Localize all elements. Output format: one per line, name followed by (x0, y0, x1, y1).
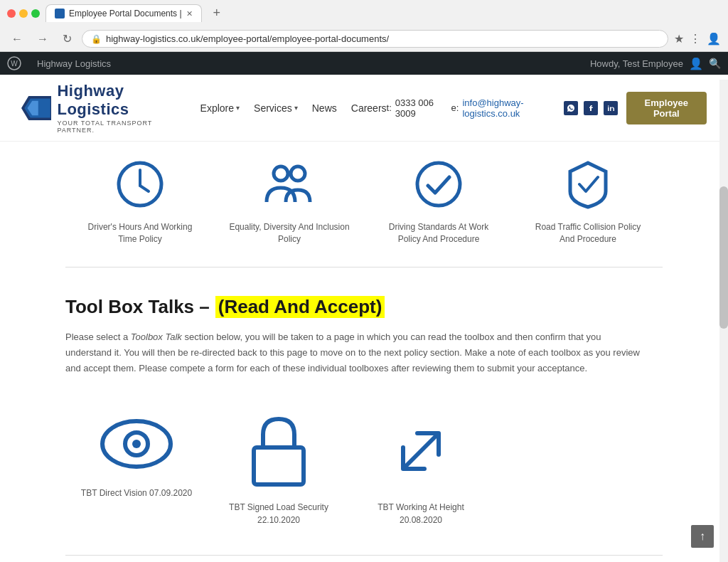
road-traffic-icon (560, 156, 616, 213)
tab-close-btn[interactable]: ✕ (186, 9, 193, 18)
toolbox-title-highlight: (Read And Accept) (215, 296, 385, 318)
drivers-hours-icon (112, 156, 168, 213)
new-tab-button[interactable]: + (208, 6, 227, 21)
svg-point-13 (417, 163, 460, 206)
linkedin-icon[interactable] (604, 101, 618, 115)
svg-rect-17 (254, 447, 304, 484)
wp-site-name[interactable]: Highway Logistics (30, 52, 118, 75)
driving-standards-label: Driving Standards At Work Policy And Pro… (378, 221, 499, 245)
tab-title: Employee Portal Documents | (69, 9, 182, 18)
minimize-window-btn[interactable] (19, 9, 28, 18)
tbt-working-at-height[interactable]: TBT Working At Height20.08.2020 (350, 412, 492, 526)
tbt-working-at-height-label: TBT Working At Height20.08.2020 (378, 501, 464, 526)
phone-number: 0333 006 3009 (395, 97, 443, 119)
browser-title-bar: Employee Portal Documents | ✕ + (0, 0, 728, 26)
maximize-window-btn[interactable] (31, 9, 40, 18)
user-avatar-icon: 👤 (689, 57, 703, 70)
employee-portal-button[interactable]: Employee Portal (626, 92, 707, 124)
wp-search-icon[interactable]: 🔍 (709, 58, 721, 69)
eye-icon (94, 412, 179, 476)
policy-item-equality[interactable]: Equality, Diversity And Inclusion Policy (229, 156, 350, 245)
tab-favicon (55, 9, 65, 18)
refresh-button[interactable]: ↻ (58, 31, 76, 47)
email-link[interactable]: info@highway-logistics.co.uk (462, 97, 555, 119)
browser-chrome: Employee Portal Documents | ✕ + ← → ↻ 🔒 … (0, 0, 728, 52)
account-button[interactable]: 👤 (707, 32, 721, 46)
nav-news-label: News (312, 102, 337, 114)
wordpress-logo-icon: W (7, 56, 21, 70)
logo-icon (21, 94, 51, 122)
toolbox-title-prefix: Tool Box Talks – (65, 296, 210, 318)
site-nav-right: t: 0333 006 3009 e: info@highway-logisti… (387, 92, 707, 124)
social-icons (564, 101, 618, 115)
toolbox-section-title: Tool Box Talks – (Read And Accept) (65, 296, 663, 318)
tbt-direct-vision[interactable]: TBT Direct Vision 07.09.2020 (65, 412, 208, 526)
nav-news[interactable]: News (312, 102, 337, 114)
whatsapp-icon[interactable] (564, 101, 578, 115)
policy-item-drivers-hours[interactable]: Driver's Hours And Working Time Policy (80, 156, 200, 245)
tbt-signed-load-security[interactable]: TBT Signed Load Security22.10.2020 (208, 412, 350, 526)
svg-point-12 (291, 166, 305, 181)
section-divider (65, 555, 663, 556)
logo-area[interactable]: Highway Logistics YOUR TOTAL TRANSPORT P… (21, 82, 179, 134)
lock-icon (243, 412, 314, 490)
toolbox-section: Tool Box Talks – (Read And Accept) Pleas… (65, 296, 663, 548)
policy-item-driving-standards[interactable]: Driving Standards At Work Policy And Pro… (378, 156, 499, 245)
tbt-signed-load-security-label: TBT Signed Load Security22.10.2020 (229, 501, 328, 526)
browser-address-bar: ← → ↻ 🔒 highway-logistics.co.uk/employee… (0, 26, 728, 51)
nav-careers[interactable]: Careers (351, 102, 387, 114)
logo-tagline: YOUR TOTAL TRANSPORT PARTNER. (57, 120, 178, 134)
email-label: e: (451, 102, 459, 113)
wp-admin-bar: W Highway Logistics Howdy, Test Employee… (0, 52, 728, 75)
scroll-to-top-button[interactable]: ↑ (691, 525, 714, 548)
svg-rect-0 (56, 10, 63, 17)
close-window-btn[interactable] (7, 9, 16, 18)
tbt-items-container: TBT Direct Vision 07.09.2020 TBT Signed … (65, 398, 663, 548)
resize-arrows-icon (382, 412, 460, 490)
svg-line-18 (403, 433, 439, 469)
browser-menu-button[interactable]: ⋮ (690, 32, 701, 46)
bookmark-button[interactable]: ★ (674, 32, 684, 46)
svg-point-7 (608, 105, 609, 107)
explore-chevron-icon: ▾ (236, 104, 240, 112)
browser-actions: ★ ⋮ 👤 (674, 32, 721, 46)
address-bar[interactable]: 🔒 highway-logistics.co.uk/employee-porta… (82, 30, 668, 48)
back-button[interactable]: ← (7, 31, 27, 47)
svg-rect-6 (608, 107, 609, 111)
logo-image: Highway Logistics YOUR TOTAL TRANSPORT P… (21, 82, 179, 134)
tbt-direct-vision-label: TBT Direct Vision 07.09.2020 (81, 487, 192, 499)
secure-lock-icon: 🔒 (91, 34, 102, 44)
policy-item-road-traffic[interactable]: Road Traffic Collision Policy And Proced… (528, 156, 648, 245)
road-traffic-label: Road Traffic Collision Policy And Proced… (528, 221, 648, 245)
contact-email: e: info@highway-logistics.co.uk (451, 97, 555, 119)
forward-button[interactable]: → (33, 31, 53, 47)
logo-text: Highway Logistics YOUR TOTAL TRANSPORT P… (57, 82, 178, 134)
facebook-icon[interactable] (584, 101, 598, 115)
wp-howdy-text: Howdy, Test Employee (590, 58, 683, 69)
site-navigation: Explore ▾ Services ▾ News Careers (200, 102, 387, 114)
policy-icons-section: Driver's Hours And Working Time Policy E… (65, 142, 663, 267)
logo-name: Highway Logistics (57, 82, 178, 119)
svg-point-11 (274, 166, 288, 181)
scrollbar-thumb[interactable] (719, 186, 728, 329)
scrollbar[interactable] (719, 80, 728, 562)
nav-careers-label: Careers (351, 102, 387, 114)
main-content: Driver's Hours And Working Time Policy E… (44, 142, 684, 562)
nav-explore-label: Explore (200, 102, 234, 114)
svg-line-10 (140, 186, 149, 191)
nav-services[interactable]: Services ▾ (254, 102, 298, 114)
svg-text:W: W (11, 60, 18, 68)
browser-window-controls (7, 9, 40, 18)
phone-label: t: (387, 102, 392, 113)
toolbox-description: Please select a Toolbox Talk section bel… (65, 329, 648, 376)
services-chevron-icon: ▾ (294, 104, 298, 112)
svg-point-16 (132, 440, 141, 448)
browser-tab[interactable]: Employee Portal Documents | ✕ (46, 4, 202, 22)
equality-label: Equality, Diversity And Inclusion Policy (229, 221, 350, 245)
drivers-hours-label: Driver's Hours And Working Time Policy (80, 221, 200, 245)
toolbox-italic: Toolbox Talk (131, 332, 182, 342)
equality-icon (261, 156, 318, 213)
nav-explore[interactable]: Explore ▾ (200, 102, 240, 114)
wp-admin-right: Howdy, Test Employee 👤 🔍 (590, 57, 721, 70)
contact-phone: t: 0333 006 3009 (387, 97, 443, 119)
